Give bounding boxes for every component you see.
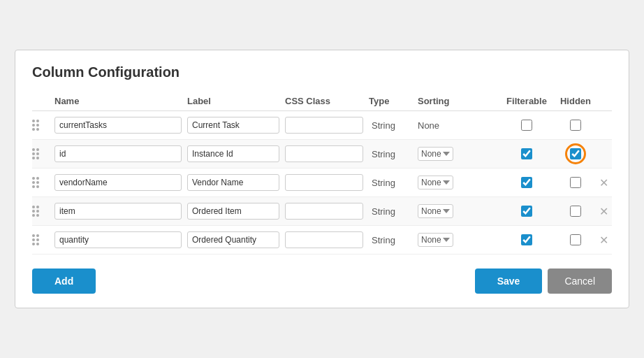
delete-cell-4[interactable]: ✕ bbox=[597, 204, 613, 218]
drag-handle[interactable] bbox=[32, 234, 52, 245]
label-field-5[interactable] bbox=[184, 231, 282, 248]
filterable-checkbox-5[interactable] bbox=[521, 234, 532, 245]
type-cell-2: String bbox=[366, 149, 415, 159]
table-row: String None Asc Desc ✕ bbox=[32, 226, 612, 255]
hidden-cell-4 bbox=[555, 206, 597, 217]
name-input-2[interactable] bbox=[54, 145, 182, 162]
dialog-footer: Add Save Cancel bbox=[32, 268, 612, 294]
sorting-cell-5[interactable]: None Asc Desc bbox=[415, 233, 499, 247]
label-input-4[interactable] bbox=[187, 203, 279, 220]
css-input-4[interactable] bbox=[285, 203, 363, 220]
hidden-checkbox-5[interactable] bbox=[570, 234, 581, 245]
type-cell-5: String bbox=[366, 235, 415, 245]
table-row: String None bbox=[32, 111, 612, 140]
sorting-select-3[interactable]: None Asc Desc bbox=[418, 176, 453, 189]
label-input-3[interactable] bbox=[187, 174, 279, 191]
header-drag bbox=[32, 100, 52, 103]
css-input-5[interactable] bbox=[285, 231, 363, 248]
header-filterable: Filterable bbox=[499, 94, 555, 108]
type-cell-1: String bbox=[366, 120, 415, 131]
column-config-dialog: Column Configuration Name Label CSS Clas… bbox=[15, 50, 629, 308]
hidden-cell-3 bbox=[555, 177, 597, 188]
filterable-cell-1 bbox=[499, 120, 555, 131]
delete-button-4[interactable]: ✕ bbox=[597, 204, 610, 218]
delete-button-3[interactable]: ✕ bbox=[597, 176, 610, 189]
header-type: Type bbox=[366, 94, 415, 108]
sorting-cell-2[interactable]: None Asc Desc bbox=[415, 147, 499, 161]
filterable-checkbox-4[interactable] bbox=[521, 206, 532, 217]
drag-handle[interactable] bbox=[32, 120, 52, 131]
hidden-cell-1 bbox=[555, 120, 597, 131]
label-input-2[interactable] bbox=[187, 145, 279, 162]
save-button[interactable]: Save bbox=[475, 268, 543, 294]
name-field-5[interactable] bbox=[52, 231, 184, 248]
header-label: Label bbox=[184, 94, 282, 108]
label-field-3[interactable] bbox=[184, 174, 282, 191]
delete-cell-5[interactable]: ✕ bbox=[597, 233, 613, 247]
drag-handle[interactable] bbox=[32, 148, 52, 159]
sorting-cell-1: None bbox=[415, 120, 499, 131]
header-sorting: Sorting bbox=[415, 94, 499, 108]
css-input-2[interactable] bbox=[285, 145, 363, 162]
table-header: Name Label CSS Class Type Sorting Filter… bbox=[32, 92, 612, 111]
name-input-5[interactable] bbox=[54, 231, 182, 248]
sorting-label-1: None bbox=[418, 120, 439, 131]
css-field-1[interactable] bbox=[282, 117, 366, 134]
label-field-4[interactable] bbox=[184, 203, 282, 220]
hidden-cell-5 bbox=[555, 234, 597, 245]
css-field-5[interactable] bbox=[282, 231, 366, 248]
name-input-1[interactable] bbox=[54, 117, 182, 134]
filterable-cell-4 bbox=[499, 206, 555, 217]
hidden-checkbox-1[interactable] bbox=[570, 120, 581, 131]
filterable-cell-5 bbox=[499, 234, 555, 245]
css-field-3[interactable] bbox=[282, 174, 366, 191]
css-input-1[interactable] bbox=[285, 117, 363, 134]
delete-cell-3[interactable]: ✕ bbox=[597, 176, 613, 189]
hidden-cell-2 bbox=[555, 148, 597, 159]
cancel-button[interactable]: Cancel bbox=[548, 268, 612, 294]
name-field-2[interactable] bbox=[52, 145, 184, 162]
hidden-highlighted-2 bbox=[570, 148, 581, 159]
footer-right: Save Cancel bbox=[475, 268, 612, 294]
header-hidden: Hidden bbox=[555, 94, 597, 108]
filterable-checkbox-3[interactable] bbox=[521, 177, 532, 188]
name-input-3[interactable] bbox=[54, 174, 182, 191]
name-input-4[interactable] bbox=[54, 203, 182, 220]
label-input-1[interactable] bbox=[187, 117, 279, 134]
sorting-select-5[interactable]: None Asc Desc bbox=[418, 233, 453, 247]
label-input-5[interactable] bbox=[187, 231, 279, 248]
name-field-1[interactable] bbox=[52, 117, 184, 134]
sorting-cell-4[interactable]: None Asc Desc bbox=[415, 204, 499, 218]
type-cell-3: String bbox=[366, 178, 415, 188]
css-input-3[interactable] bbox=[285, 174, 363, 191]
hidden-checkbox-4[interactable] bbox=[570, 206, 581, 217]
table-row: String None Asc Desc ✕ bbox=[32, 197, 612, 226]
header-name: Name bbox=[52, 94, 184, 108]
drag-handle[interactable] bbox=[32, 206, 52, 217]
header-delete bbox=[597, 100, 613, 103]
drag-handle[interactable] bbox=[32, 177, 52, 188]
type-cell-4: String bbox=[366, 206, 415, 217]
dialog-title: Column Configuration bbox=[32, 64, 612, 80]
sorting-cell-3[interactable]: None Asc Desc bbox=[415, 176, 499, 189]
hidden-checkbox-3[interactable] bbox=[570, 177, 581, 188]
table-row: String None Asc Desc ✕ bbox=[32, 169, 612, 197]
name-field-3[interactable] bbox=[52, 174, 184, 191]
delete-button-5[interactable]: ✕ bbox=[597, 233, 610, 247]
filterable-checkbox-1[interactable] bbox=[521, 120, 532, 131]
filterable-cell-3 bbox=[499, 177, 555, 188]
css-field-4[interactable] bbox=[282, 203, 366, 220]
label-field-2[interactable] bbox=[184, 145, 282, 162]
table-row: String None Asc Desc bbox=[32, 140, 612, 169]
header-css-class: CSS Class bbox=[282, 94, 366, 108]
add-button[interactable]: Add bbox=[32, 268, 96, 294]
sorting-select-2[interactable]: None Asc Desc bbox=[418, 147, 453, 161]
css-field-2[interactable] bbox=[282, 145, 366, 162]
filterable-cell-2 bbox=[499, 148, 555, 159]
hidden-checkbox-2[interactable] bbox=[570, 148, 581, 159]
sorting-select-4[interactable]: None Asc Desc bbox=[418, 204, 453, 218]
label-field-1[interactable] bbox=[184, 117, 282, 134]
filterable-checkbox-2[interactable] bbox=[521, 148, 532, 159]
name-field-4[interactable] bbox=[52, 203, 184, 220]
